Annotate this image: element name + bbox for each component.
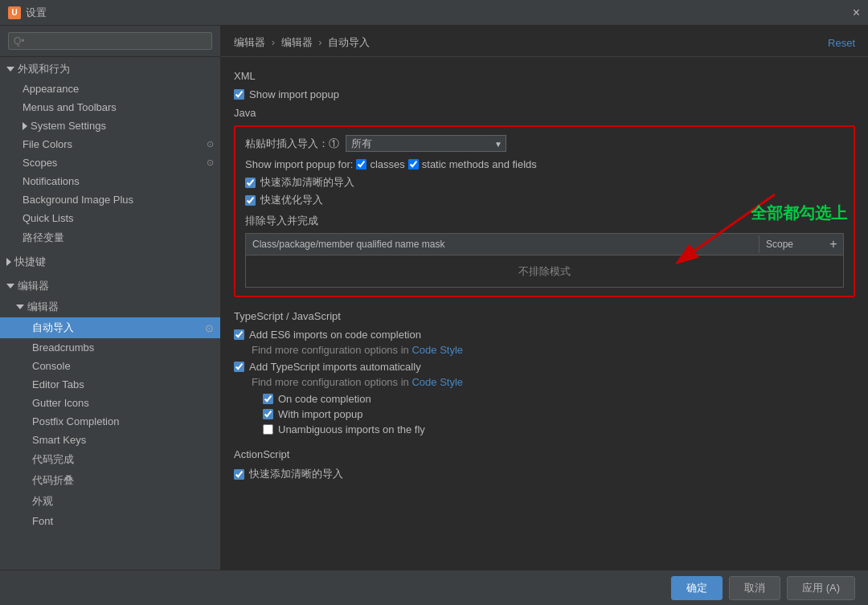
find-more-text-1: Find more configuration options in [252, 344, 409, 356]
sidebar-item-editor-tabs[interactable]: Editor Tabs [0, 375, 220, 394]
show-import-popup-row: Show import popup [234, 88, 855, 100]
sidebar-item-label: 代码完成 [32, 453, 74, 465]
sidebar-item-label: Background Image Plus [23, 194, 133, 206]
close-button[interactable]: × [853, 6, 860, 19]
sidebar-item-label: Notifications [23, 175, 80, 187]
add-es6-row: Add ES6 imports on code completion [234, 329, 855, 341]
sidebar-item-label: File Colors [23, 138, 72, 150]
sidebar-item-appearance[interactable]: 外观 [0, 491, 220, 512]
sidebar-item-path-variables[interactable]: 路径变量 [0, 227, 220, 248]
quick-optimize-checkbox[interactable] [245, 195, 256, 206]
unambiguous-checkbox[interactable] [263, 424, 273, 435]
sidebar-item-file-colors[interactable]: File Colors ⊙ [0, 135, 220, 153]
sidebar-item-gutter-icons[interactable]: Gutter Icons [0, 394, 220, 412]
sidebar-item-label: Gutter Icons [32, 397, 89, 409]
apply-button[interactable]: 应用 (A) [787, 576, 855, 600]
breadcrumb-part1: 编辑器 [234, 36, 265, 48]
sidebar-item-label: Breadcrumbs [32, 341, 94, 354]
on-completion-label: On code completion [278, 393, 371, 405]
quick-optimize-row: 快速优化导入 [245, 193, 844, 207]
as-quick-add-checkbox[interactable] [234, 469, 244, 480]
group-label: 编辑器 [18, 279, 49, 293]
bottom-bar: 确定 取消 应用 (A) [0, 570, 868, 605]
paste-dropdown[interactable]: 所有 无 询问 [346, 135, 506, 152]
sidebar-group-editor[interactable]: 编辑器 [0, 276, 220, 296]
sidebar-section-appearance: 外观和行为 Appearance Menus and Toolbars Syst… [0, 57, 220, 250]
sidebar-item-notifications[interactable]: Notifications [0, 172, 220, 190]
quick-add-row: 快速添加清晰的导入 [245, 175, 844, 190]
static-checkbox[interactable] [408, 159, 419, 170]
find-more-text-2: Find more configuration options in [252, 376, 409, 388]
classes-checkbox[interactable] [356, 159, 366, 170]
on-completion-checkbox[interactable] [263, 394, 273, 404]
ok-button[interactable]: 确定 [671, 576, 723, 600]
classes-label: classes [370, 158, 404, 170]
sidebar-item-label: Scopes [23, 157, 57, 169]
java-section: Java 粘贴时插入导入：① 所有 无 询问 Show im [234, 107, 855, 297]
sidebar-item-postfix-completion[interactable]: Postfix Completion [0, 412, 220, 431]
table-col2: Scope [760, 235, 824, 253]
sidebar-item-label: 编辑器 [27, 300, 59, 314]
titlebar: U 设置 × [0, 0, 868, 26]
exclude-table-header: Class/package/member qualified name mask… [245, 233, 844, 255]
search-box [0, 26, 220, 57]
exclude-label: 排除导入并完成 [245, 214, 844, 228]
add-es6-checkbox[interactable] [234, 329, 244, 340]
sidebar-item-quick-lists[interactable]: Quick Lists [0, 209, 220, 227]
quick-optimize-label: 快速优化导入 [260, 193, 323, 207]
as-quick-add-row: 快速添加清晰的导入 [234, 467, 855, 481]
exclude-table-body: 不排除模式 [245, 255, 844, 288]
quick-add-checkbox[interactable] [245, 178, 256, 188]
reset-button[interactable]: Reset [828, 37, 855, 49]
add-ts-checkbox[interactable] [234, 362, 244, 372]
with-popup-label: With import popup [278, 408, 363, 420]
expand-icon [6, 67, 14, 72]
sidebar-item-appearance[interactable]: Appearance [0, 80, 220, 98]
sidebar-item-menus-toolbars[interactable]: Menus and Toolbars [0, 98, 220, 117]
code-style-link-2[interactable]: Code Style [411, 376, 463, 388]
auto-import-icon: ⊙ [205, 322, 214, 334]
sidebar-item-console[interactable]: Console [0, 357, 220, 375]
sidebar-group-shortcuts[interactable]: 快捷键 [0, 251, 220, 272]
table-col1: Class/package/member qualified name mask [246, 235, 760, 253]
show-import-popup-checkbox[interactable] [234, 89, 244, 100]
find-more-1: Find more configuration options in Code … [252, 344, 855, 356]
sidebar-item-editor-sub[interactable]: 编辑器 [0, 296, 220, 317]
sidebar-item-scopes[interactable]: Scopes ⊙ [0, 153, 220, 172]
add-exclude-button[interactable]: + [824, 234, 843, 255]
sidebar-item-label: 外观 [32, 495, 53, 507]
sidebar-item-smart-keys[interactable]: Smart Keys [0, 431, 220, 449]
cancel-button[interactable]: 取消 [729, 576, 780, 600]
search-input[interactable] [8, 32, 212, 50]
breadcrumb-sep2: › [318, 36, 325, 48]
content-body: XML Show import popup Java 粘贴时插入导入：① 所有 [221, 57, 868, 494]
show-import-for-label: Show import popup for: [245, 158, 353, 170]
titlebar-title: 设置 [26, 6, 47, 20]
unambiguous-label: Unambiguous imports on the fly [278, 423, 425, 435]
with-popup-checkbox[interactable] [263, 409, 273, 419]
expand-icon [6, 284, 14, 288]
sidebar-item-background-image[interactable]: Background Image Plus [0, 190, 220, 209]
sidebar-item-label: 自动导入 [32, 321, 74, 335]
find-more-2: Find more configuration options in Code … [252, 376, 855, 388]
sidebar-item-breadcrumbs[interactable]: Breadcrumbs [0, 338, 220, 357]
as-quick-add-label: 快速添加清晰的导入 [249, 467, 343, 481]
sidebar-item-label: Console [32, 360, 71, 372]
sidebar-item-auto-import[interactable]: 自动导入 ⊙ [0, 317, 220, 338]
sidebar-item-label: Quick Lists [23, 212, 74, 224]
app-icon: U [8, 6, 21, 19]
sidebar-item-code-fold[interactable]: 代码折叠 [0, 470, 220, 491]
paste-dropdown-wrapper: 所有 无 询问 [346, 135, 506, 152]
sidebar-group-appearance-behavior[interactable]: 外观和行为 [0, 59, 220, 80]
sidebar-item-label: Appearance [23, 83, 79, 95]
ts-title: TypeScript / JavaScript [234, 310, 855, 322]
expand-arrow-icon [23, 122, 27, 130]
no-exclude-label: 不排除模式 [518, 264, 571, 279]
sidebar-item-label: Font [32, 515, 53, 527]
group-label: 外观和行为 [18, 62, 70, 76]
main-container: 外观和行为 Appearance Menus and Toolbars Syst… [0, 26, 868, 570]
code-style-link-1[interactable]: Code Style [411, 344, 463, 356]
sidebar-item-code-complete[interactable]: 代码完成 [0, 449, 220, 470]
sidebar-item-system-settings[interactable]: System Settings [0, 117, 220, 135]
sidebar-item-font[interactable]: Font [0, 512, 220, 530]
